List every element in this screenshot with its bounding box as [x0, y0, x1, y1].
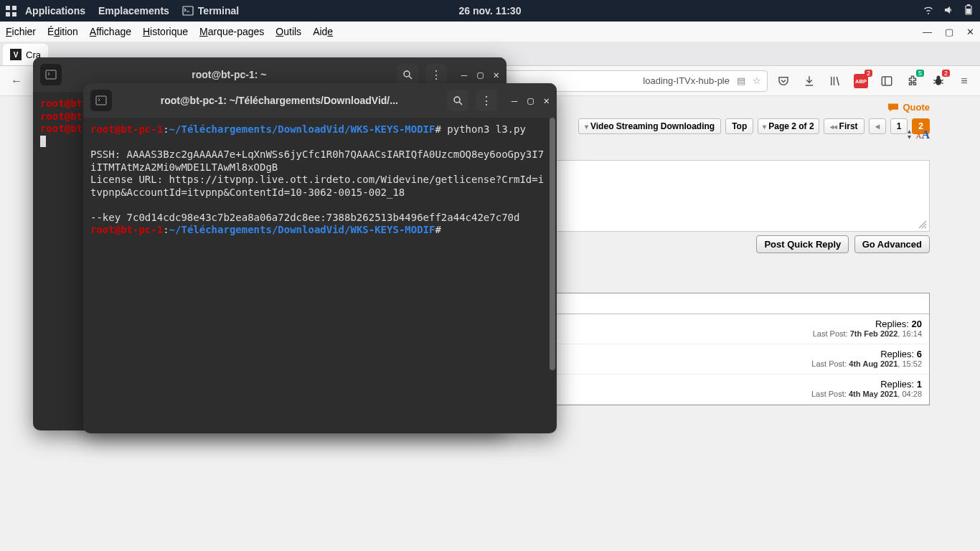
menu-help[interactable]: Aide [313, 26, 333, 37]
terminal-close[interactable]: ✕ [494, 69, 499, 80]
sidebar-icon[interactable] [877, 71, 897, 91]
clock[interactable]: 26 nov. 11:30 [459, 5, 522, 17]
window-minimize[interactable]: — [923, 27, 932, 37]
extensions-icon[interactable]: 5 [903, 71, 923, 91]
hamburger-menu-icon[interactable]: ≡ [954, 71, 974, 91]
svg-rect-9 [46, 70, 56, 79]
gnome-top-bar: Applications Emplacements Terminal 26 no… [0, 0, 980, 22]
svg-rect-11 [96, 96, 106, 105]
places-menu[interactable]: Emplacements [98, 5, 169, 17]
terminal-minimize[interactable]: — [512, 95, 517, 106]
expand-up-icon[interactable]: ▴▾ [908, 128, 911, 141]
svg-rect-0 [183, 6, 193, 15]
menu-edit[interactable]: Édition [47, 26, 78, 37]
font-size-icon[interactable]: AA [915, 128, 930, 141]
downloads-icon[interactable] [799, 71, 819, 91]
svg-point-8 [937, 75, 941, 79]
menu-history[interactable]: Historique [143, 26, 188, 37]
search-icon[interactable] [447, 90, 468, 111]
page-info-dropdown[interactable]: Page 2 of 2 [758, 118, 819, 134]
quote-button[interactable]: Quote [887, 102, 930, 113]
quote-icon [887, 103, 900, 113]
terminal-title: root@bt-pc-1: ~ [69, 69, 390, 80]
terminal-window-front[interactable]: root@bt-pc-1: ~/Téléchargements/Download… [83, 83, 557, 433]
pocket-icon[interactable] [773, 71, 793, 91]
menu-view[interactable]: Affichage [90, 26, 131, 37]
window-close[interactable]: ✕ [966, 27, 974, 37]
firefox-menubar: FFichierichier Édition Affichage Histori… [0, 22, 980, 42]
svg-text:ABP: ABP [855, 78, 867, 85]
bookmark-star-icon[interactable]: ☆ [753, 75, 761, 86]
menu-tools[interactable]: Outils [275, 26, 301, 37]
favicon: V [10, 49, 22, 60]
terminal-maximize[interactable]: ▢ [527, 95, 533, 106]
terminal-minimize[interactable]: — [461, 69, 467, 80]
menu-icon[interactable]: ⋮ [476, 90, 497, 111]
first-page-button[interactable]: First [824, 118, 864, 134]
activities-button[interactable] [6, 6, 17, 17]
scrollbar[interactable] [550, 118, 555, 433]
svg-point-12 [454, 97, 460, 103]
menu-icon[interactable]: ⋮ [425, 64, 447, 85]
terminal-titlebar: root@bt-pc-1: ~/Téléchargements/Download… [83, 83, 557, 118]
search-icon[interactable] [397, 64, 418, 85]
terminal-output[interactable]: root@bt-pc-1:~/Téléchargements/DownloadV… [83, 118, 557, 433]
resize-handle-icon[interactable] [918, 220, 928, 230]
url-fragment: loading-ITVx-hub-ple [643, 75, 730, 86]
window-maximize[interactable]: ▢ [945, 27, 953, 37]
top-button[interactable]: Top [725, 118, 753, 134]
terminal-maximize[interactable]: ▢ [477, 69, 483, 80]
menu-bookmarks[interactable]: Marque-pages [199, 26, 264, 37]
library-icon[interactable] [825, 71, 845, 91]
section-dropdown[interactable]: Video Streaming Downloading [578, 118, 721, 134]
terminal-app-indicator[interactable]: Terminal [182, 5, 239, 17]
terminal-title: root@bt-pc-1: ~/Téléchargements/Download… [119, 95, 440, 106]
svg-rect-6 [882, 77, 892, 85]
new-tab-icon[interactable] [90, 90, 112, 111]
terminal-close[interactable]: ✕ [544, 95, 550, 106]
abp-icon[interactable]: ABP2 [851, 71, 871, 91]
editor-tools: ▴▾ AA [908, 128, 930, 141]
back-button[interactable]: ← [6, 70, 27, 92]
page-1-button[interactable]: 1 [890, 118, 908, 134]
reader-mode-icon[interactable]: ▤ [737, 75, 745, 86]
wifi-icon[interactable] [923, 4, 934, 18]
svg-rect-3 [966, 9, 971, 14]
svg-rect-2 [967, 4, 970, 6]
post-quick-reply-button[interactable]: Post Quick Reply [756, 235, 849, 253]
bug-icon[interactable]: 2 [928, 71, 948, 91]
volume-icon[interactable] [943, 4, 954, 18]
applications-menu[interactable]: Applications [25, 5, 85, 17]
svg-point-10 [404, 71, 410, 77]
prev-page-button[interactable]: ◂ [869, 118, 886, 134]
menu-file[interactable]: FFichierichier [6, 26, 36, 37]
go-advanced-button[interactable]: Go Advanced [854, 235, 930, 253]
new-tab-icon[interactable] [40, 64, 62, 85]
battery-icon[interactable] [963, 4, 974, 18]
